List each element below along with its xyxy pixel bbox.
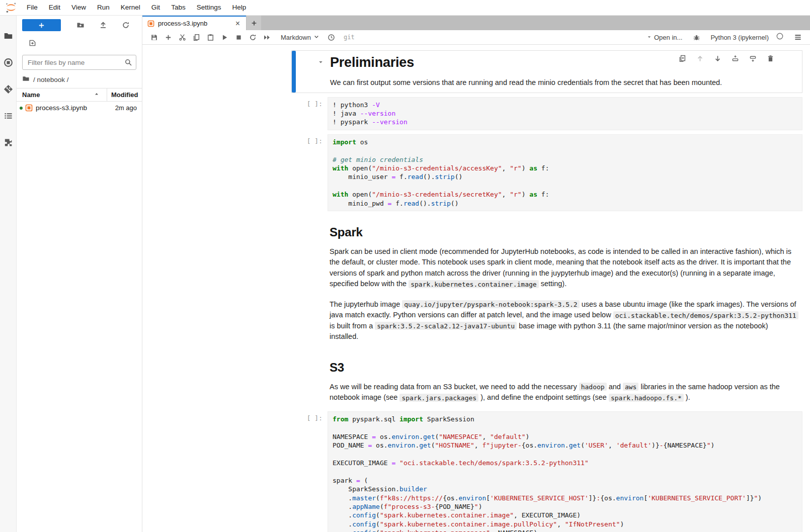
cell-type-dropdown[interactable]: Markdown: [281, 34, 319, 41]
menu-run[interactable]: Run: [92, 0, 115, 15]
menu-kernel[interactable]: Kernel: [115, 0, 146, 15]
git-clone-button[interactable]: [29, 40, 36, 48]
duplicate-icon: [679, 55, 686, 62]
rendered-markdown[interactable]: S3As we will be reading data from an S3 …: [328, 350, 802, 407]
code-cell[interactable]: [ ]:import os # get minio credentialswit…: [291, 134, 802, 211]
markdown-cell[interactable]: SparkSpark can be used in client mode (r…: [291, 215, 802, 346]
menu-file[interactable]: File: [21, 0, 43, 15]
kernel-status-icon[interactable]: [776, 32, 784, 42]
markdown-cell[interactable]: PreliminariesWe can first output some ve…: [291, 50, 802, 93]
insert-below-button[interactable]: [747, 53, 758, 63]
file-listing-header: Name Modified: [17, 88, 142, 102]
cell-prompt: [295, 215, 328, 346]
open-status-dot: [20, 107, 23, 110]
cell-prompt: [295, 350, 328, 407]
hamburger-menu-icon[interactable]: [791, 31, 805, 43]
cut-button[interactable]: [175, 31, 189, 43]
insert-above-button[interactable]: [730, 53, 741, 63]
run-icon: [221, 34, 228, 41]
cell-collapser[interactable]: [291, 350, 295, 407]
code-line: with open("/minio-s3-credentials/accessK…: [333, 164, 797, 172]
sidebar-tab-table-of-contents[interactable]: [0, 103, 17, 129]
copy-button[interactable]: [189, 31, 203, 43]
delete-button[interactable]: [765, 53, 776, 63]
upload-button[interactable]: [92, 19, 114, 31]
breadcrumb[interactable]: / notebook /: [17, 70, 142, 88]
cell-prompt: [ ]:: [295, 97, 328, 130]
save-button[interactable]: [147, 31, 161, 43]
refresh-button[interactable]: [114, 19, 137, 31]
move-down-button[interactable]: [712, 53, 723, 63]
cell-collapser[interactable]: [291, 97, 295, 130]
upload-icon: [99, 21, 107, 29]
close-icon[interactable]: ×: [233, 20, 242, 28]
menu-settings[interactable]: Settings: [191, 0, 227, 15]
chevron-down-icon: [646, 34, 652, 41]
code-editor[interactable]: ! python3 -V! java --version! pyspark --…: [328, 97, 802, 130]
jupyter-logo-icon: [5, 2, 17, 14]
file-browser-panel: / notebook / Name Modified process-s3.ip…: [17, 16, 142, 532]
sidebar-tab-git[interactable]: [0, 76, 17, 103]
file-list-item[interactable]: process-s3.ipynb2m ago: [17, 102, 142, 114]
rendered-markdown[interactable]: SparkSpark can be used in client mode (r…: [328, 215, 802, 346]
move-up-button[interactable]: [694, 53, 705, 63]
code-editor[interactable]: import os # get minio credentialswith op…: [328, 134, 802, 211]
code-line: [333, 182, 797, 190]
sort-ascending-icon: [94, 91, 100, 99]
plus-icon: [38, 22, 45, 29]
code-cell[interactable]: [ ]:! python3 -V! java --version! pyspar…: [291, 97, 802, 130]
sidebar-tab-folder[interactable]: [0, 23, 17, 49]
extensions-icon: [4, 138, 13, 147]
column-header-name[interactable]: Name: [17, 88, 107, 101]
new-tab-button[interactable]: [247, 16, 261, 30]
inline-code: spark:3.5.2-scala2.12-java17-ubuntu: [375, 322, 517, 330]
stop-button[interactable]: [231, 31, 246, 43]
duplicate-button[interactable]: [677, 53, 688, 63]
insert-above-icon: [732, 55, 739, 62]
code-line: .appName(f"process-s3-{POD_NAME}"): [333, 502, 797, 511]
debugger-bug-icon[interactable]: [689, 31, 703, 43]
hamburger-icon: [794, 33, 802, 41]
insert-below-icon: [749, 55, 757, 62]
code-line: ! python3 -V: [333, 101, 797, 109]
inline-code: oci.stackable.tech/demos/spark:3.5.2-pyt…: [613, 311, 798, 319]
new-folder-button[interactable]: [69, 19, 92, 31]
sidebar-tab-extensions[interactable]: [0, 129, 17, 156]
menu-git[interactable]: Git: [146, 0, 166, 15]
new-launcher-button[interactable]: [22, 19, 61, 31]
cell-collapser[interactable]: [291, 411, 295, 532]
cell-prompt: [ ]:: [295, 411, 328, 532]
code-line: minio_pwd = f.read().strip(): [333, 199, 797, 208]
menu-view[interactable]: View: [66, 0, 92, 15]
sidebar-tab-running-sessions[interactable]: [0, 49, 17, 76]
code-line: ! pyspark --version: [333, 118, 797, 126]
menu-tabs[interactable]: Tabs: [166, 0, 191, 15]
add-cell-button[interactable]: [161, 31, 175, 43]
cell-type-label: Markdown: [281, 34, 311, 41]
run-button[interactable]: [217, 31, 231, 43]
markdown-cell[interactable]: S3As we will be reading data from an S3 …: [291, 350, 802, 407]
menu-bar: FileEditViewRunKernelGitTabsSettingsHelp: [0, 0, 810, 16]
restart-button[interactable]: [246, 31, 260, 43]
cell-collapser[interactable]: [291, 134, 295, 211]
open-in-dropdown[interactable]: Open in...: [646, 34, 682, 41]
new-folder-icon: [76, 21, 85, 29]
cell-collapser[interactable]: [292, 51, 296, 93]
cell-collapser[interactable]: [291, 215, 295, 346]
kernel-name[interactable]: Python 3 (ipykernel): [710, 34, 769, 41]
code-cell[interactable]: [ ]:from pyspark.sql import SparkSession…: [291, 411, 802, 532]
file-name: process-s3.ipynb: [36, 104, 115, 112]
menu-help[interactable]: Help: [226, 0, 252, 15]
paste-button[interactable]: [203, 31, 217, 43]
filter-files-input[interactable]: [22, 55, 136, 70]
history-clock-icon[interactable]: [325, 31, 339, 43]
heading-collapse-caret-icon[interactable]: [317, 59, 324, 67]
run-all-button[interactable]: [260, 31, 274, 43]
document-tab[interactable]: process-s3.ipynb×: [142, 16, 246, 30]
stop-icon: [235, 34, 242, 41]
column-header-modified[interactable]: Modified: [107, 88, 142, 101]
menu-edit[interactable]: Edit: [43, 0, 66, 15]
code-editor[interactable]: from pyspark.sql import SparkSession NAM…: [328, 411, 802, 532]
code-line: [333, 450, 797, 459]
open-in-label: Open in...: [654, 34, 682, 41]
